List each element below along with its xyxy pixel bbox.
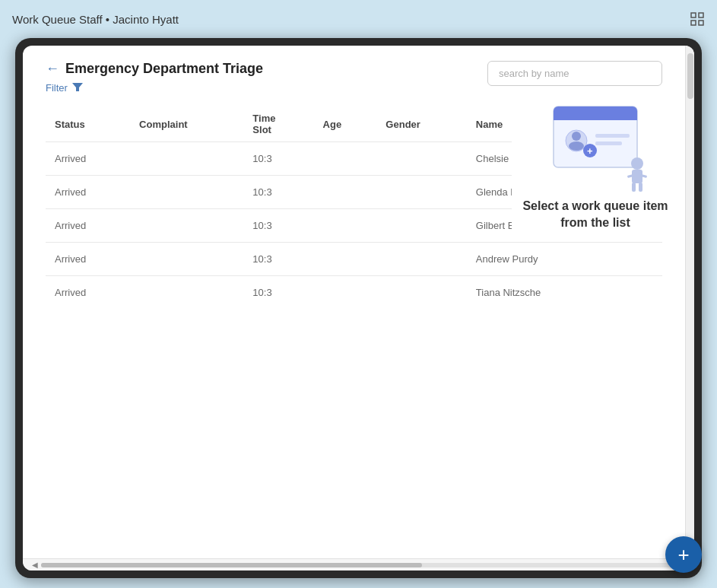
svg-rect-7	[554, 116, 637, 120]
cell-status: Arrived	[46, 243, 130, 276]
svg-text:+: +	[587, 145, 593, 157]
table-row[interactable]: Arrived 10:3 Andrew Purdy	[46, 243, 662, 276]
cell-status: Arrived	[46, 142, 130, 176]
right-panel: + Select a work queue item from the list	[512, 99, 679, 232]
cell-status: Arrived	[46, 176, 130, 209]
filter-icon[interactable]	[72, 81, 83, 94]
cell-complaint	[130, 176, 243, 209]
cell-chat	[608, 276, 662, 310]
cell-timeslot: 10:3	[243, 142, 313, 176]
svg-point-15	[631, 157, 643, 170]
vertical-scrollbar[interactable]	[685, 46, 694, 558]
svg-point-10	[569, 141, 584, 151]
cell-complaint	[130, 142, 243, 176]
cell-chat	[608, 243, 662, 276]
right-panel-message: Select a work queue item from the list	[512, 198, 679, 232]
filter-label[interactable]: Filter	[46, 82, 68, 94]
col-complaint: Complaint	[130, 106, 243, 142]
scroll-left-arrow[interactable]: ◀	[29, 561, 41, 569]
header-left: ← Emergency Department Triage Filter	[46, 61, 263, 106]
svg-rect-13	[595, 134, 630, 138]
cell-gender	[376, 142, 466, 176]
svg-rect-16	[632, 170, 642, 183]
scroll-track[interactable]	[41, 563, 676, 567]
cell-name[interactable]: Tiana Nitzsche	[467, 276, 609, 310]
cell-timeslot: 10:3	[243, 209, 313, 243]
svg-rect-0	[691, 13, 696, 17]
svg-point-9	[572, 132, 581, 141]
cell-timeslot: 10:3	[243, 176, 313, 209]
horizontal-scrollbar[interactable]: ◀ ▶	[23, 558, 694, 571]
col-status: Status	[46, 106, 130, 142]
cell-age	[314, 209, 377, 243]
cell-complaint	[130, 276, 243, 310]
cell-gender	[376, 243, 466, 276]
cell-age	[314, 176, 377, 209]
cell-gender	[376, 209, 466, 243]
cell-status: Arrived	[46, 276, 130, 310]
cell-timeslot: 10:3	[243, 243, 313, 276]
col-timeslot: TimeSlot	[243, 106, 313, 142]
fab-button[interactable]: +	[665, 536, 702, 573]
filter-row: Filter	[46, 81, 263, 94]
svg-rect-3	[699, 21, 703, 25]
cell-gender	[376, 276, 466, 310]
fab-plus-icon: +	[677, 543, 689, 567]
svg-marker-4	[72, 83, 83, 91]
col-age: Age	[314, 106, 377, 142]
svg-rect-2	[691, 21, 696, 25]
cell-complaint	[130, 243, 243, 276]
expand-button[interactable]	[690, 11, 705, 27]
search-input[interactable]	[487, 61, 662, 86]
illustration: +	[531, 99, 660, 198]
title-bar-text: Work Queue Staff • Jacinto Hyatt	[12, 13, 179, 26]
back-nav[interactable]: ← Emergency Department Triage	[46, 61, 263, 77]
back-arrow-icon[interactable]: ←	[46, 61, 59, 77]
svg-rect-19	[632, 183, 636, 192]
svg-rect-14	[595, 141, 622, 145]
page-title: Emergency Department Triage	[65, 61, 263, 77]
cell-name[interactable]: Andrew Purdy	[467, 243, 609, 276]
title-bar: Work Queue Staff • Jacinto Hyatt	[0, 0, 717, 38]
svg-rect-20	[639, 183, 642, 192]
scrollbar-thumb[interactable]	[687, 53, 693, 99]
cell-status: Arrived	[46, 209, 130, 243]
cell-complaint	[130, 209, 243, 243]
device-frame: ← Emergency Department Triage Filter	[15, 38, 702, 578]
table-row[interactable]: Arrived 10:3 Tiana Nitzsche	[46, 276, 662, 310]
col-gender: Gender	[376, 106, 466, 142]
cell-timeslot: 10:3	[243, 276, 313, 310]
cell-age	[314, 243, 377, 276]
cell-age	[314, 276, 377, 310]
svg-rect-1	[699, 13, 703, 17]
scroll-thumb[interactable]	[41, 563, 422, 567]
cell-age	[314, 142, 377, 176]
header-right	[487, 61, 662, 86]
cell-gender	[376, 176, 466, 209]
